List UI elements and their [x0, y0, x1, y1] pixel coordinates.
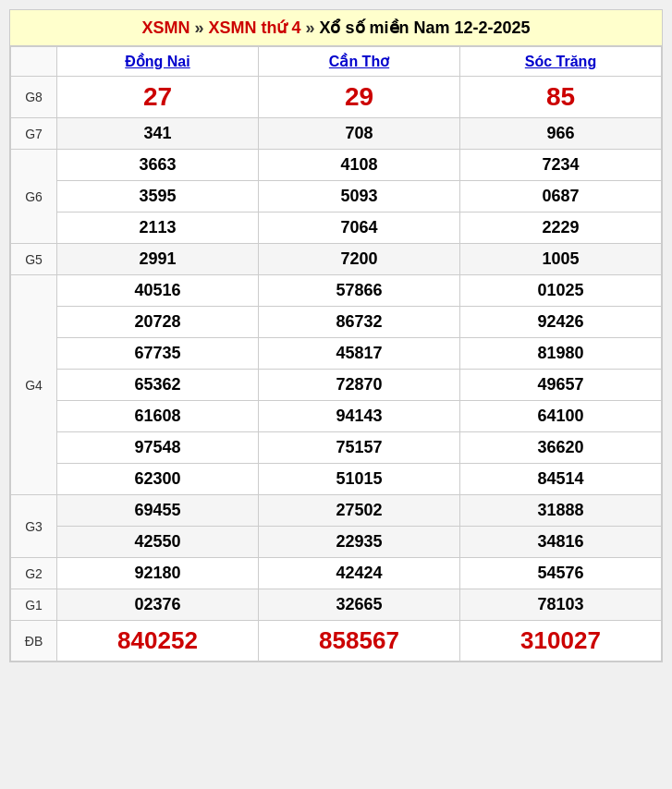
table-header-row: Đồng Nai Cần Thơ Sóc Trăng — [11, 47, 662, 77]
cell-value: 1005 — [460, 244, 662, 275]
table-row: 211370642229 — [11, 212, 662, 244]
cell-value: 2991 — [57, 244, 259, 275]
row-label-g7: G7 — [11, 118, 57, 150]
table-row: 359550930687 — [11, 181, 662, 212]
table-row: G4405165786601025 — [11, 275, 662, 307]
cell-value: 5093 — [259, 181, 460, 212]
lottery-table: Đồng Nai Cần Thơ Sóc Trăng G8272985G7341… — [10, 46, 662, 662]
row-label-g5: G5 — [11, 244, 57, 275]
cell-value: 20728 — [57, 307, 259, 338]
cell-value: 86732 — [259, 307, 460, 338]
cell-value: 61608 — [57, 401, 259, 432]
cell-value: 65362 — [57, 370, 259, 401]
col-dongnai: Đồng Nai — [57, 47, 259, 77]
table-row: G5299172001005 — [11, 244, 662, 275]
cell-value: 72870 — [259, 370, 460, 401]
row-label-g1: G1 — [11, 589, 57, 621]
cell-value: 7234 — [460, 150, 662, 181]
cell-value: 51015 — [259, 464, 460, 495]
sep1: » — [194, 18, 208, 37]
table-row: 653627287049657 — [11, 370, 662, 401]
cell-value: 341 — [57, 118, 259, 150]
main-container: XSMN » XSMN thứ 4 » Xổ số miền Nam 12-2-… — [9, 9, 663, 662]
cell-value: 94143 — [259, 401, 460, 432]
cell-value: 84514 — [460, 464, 662, 495]
cell-value: 78103 — [460, 589, 662, 621]
cell-value: 7200 — [259, 244, 460, 275]
cell-value: 27 — [57, 77, 259, 118]
row-label-g3: G3 — [11, 495, 57, 558]
table-row: 975487515736620 — [11, 432, 662, 464]
link-xsmn2[interactable]: XSMN thứ 4 — [208, 18, 300, 37]
table-row: 677354581781980 — [11, 338, 662, 370]
table-row: 207288673292426 — [11, 307, 662, 338]
table-row: G6366341087234 — [11, 150, 662, 181]
cell-value: 49657 — [460, 370, 662, 401]
cell-value: 92180 — [57, 558, 259, 589]
cell-value: 02376 — [57, 589, 259, 621]
cell-value: 85 — [460, 77, 662, 118]
cell-value: 34816 — [460, 527, 662, 558]
cell-value: 42550 — [57, 527, 259, 558]
cell-value: 45817 — [259, 338, 460, 370]
sep2: » — [305, 18, 319, 37]
table-row: 623005101584514 — [11, 464, 662, 495]
table-row: G8272985 — [11, 77, 662, 118]
cell-value: 42424 — [259, 558, 460, 589]
cell-value: 2229 — [460, 212, 662, 244]
cell-value: 36620 — [460, 432, 662, 464]
col-empty — [11, 47, 57, 77]
cell-value: 01025 — [460, 275, 662, 307]
cell-value: 32665 — [259, 589, 460, 621]
cell-value: 57866 — [259, 275, 460, 307]
row-label-g8: G8 — [11, 77, 57, 118]
table-row: G1023763266578103 — [11, 589, 662, 621]
cell-value: 310027 — [460, 621, 662, 662]
cell-value: 27502 — [259, 495, 460, 527]
cell-value: 75157 — [259, 432, 460, 464]
table-row: G2921804242454576 — [11, 558, 662, 589]
link-xsmn1[interactable]: XSMN — [141, 18, 189, 37]
col-cantho: Cần Thơ — [259, 47, 460, 77]
cell-value: 966 — [460, 118, 662, 150]
row-label-g4: G4 — [11, 275, 57, 495]
cell-value: 67735 — [57, 338, 259, 370]
cell-value: 54576 — [460, 558, 662, 589]
cell-value: 3595 — [57, 181, 259, 212]
row-label-đb: ĐB — [11, 621, 57, 662]
table-row: 616089414364100 — [11, 401, 662, 432]
cell-value: 97548 — [57, 432, 259, 464]
cell-value: 708 — [259, 118, 460, 150]
cell-value: 62300 — [57, 464, 259, 495]
cell-value: 858567 — [259, 621, 460, 662]
cell-value: 7064 — [259, 212, 460, 244]
table-row: ĐB840252858567310027 — [11, 621, 662, 662]
cell-value: 64100 — [460, 401, 662, 432]
table-row: 425502293534816 — [11, 527, 662, 558]
cell-value: 840252 — [57, 621, 259, 662]
cell-value: 69455 — [57, 495, 259, 527]
cell-value: 3663 — [57, 150, 259, 181]
cell-value: 29 — [259, 77, 460, 118]
cell-value: 0687 — [460, 181, 662, 212]
cell-value: 40516 — [57, 275, 259, 307]
cell-value: 31888 — [460, 495, 662, 527]
table-row: G3694552750231888 — [11, 495, 662, 527]
row-label-g6: G6 — [11, 150, 57, 244]
col-soctrang: Sóc Trăng — [460, 47, 662, 77]
page-header: XSMN » XSMN thứ 4 » Xổ số miền Nam 12-2-… — [10, 10, 662, 46]
cell-value: 81980 — [460, 338, 662, 370]
cell-value: 4108 — [259, 150, 460, 181]
row-label-g2: G2 — [11, 558, 57, 589]
page-title: Xổ số miền Nam 12-2-2025 — [319, 18, 530, 37]
cell-value: 92426 — [460, 307, 662, 338]
cell-value: 22935 — [259, 527, 460, 558]
cell-value: 2113 — [57, 212, 259, 244]
table-row: G7341708966 — [11, 118, 662, 150]
